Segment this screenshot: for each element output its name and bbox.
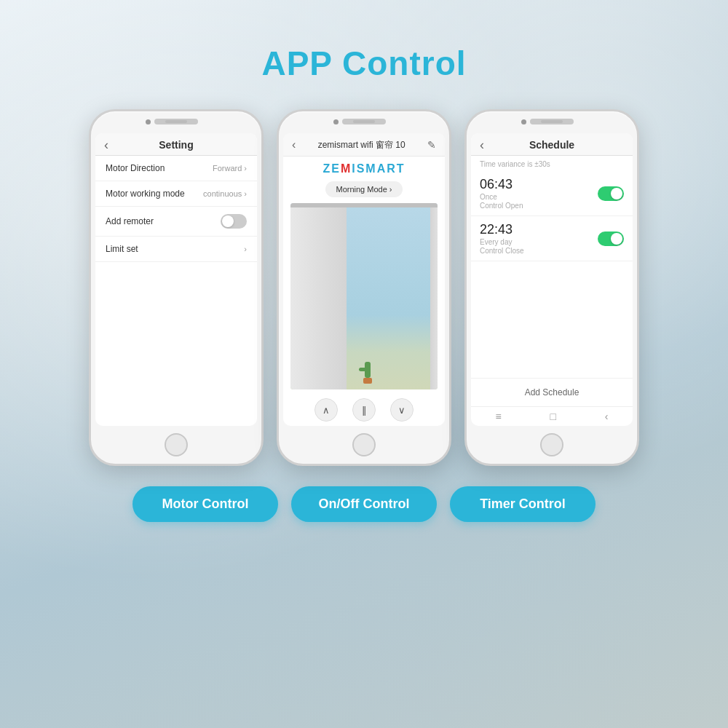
curtain-display (290, 203, 438, 389)
timer-control-label: Timer Control (450, 486, 596, 522)
schedule-1-time: 06:43 (480, 177, 523, 192)
edit-icon[interactable]: ✎ (427, 139, 436, 151)
phone-screen-1: ‹ Setting Motor Direction Forward › Moto… (95, 133, 257, 426)
motor-control-label: Motor Control (132, 486, 278, 522)
schedule-1-repeat: Once (480, 193, 523, 201)
curtain-track (290, 203, 438, 207)
phone-motor: ‹ Setting Motor Direction Forward › Moto… (89, 109, 264, 466)
phone-onoff: ‹ zemismart wifi 窗帘 10 ✎ ZEMISMART Morni… (277, 109, 451, 466)
schedule-item-2[interactable]: 22:43 Every day Control Close (471, 216, 633, 261)
cactus-arm (359, 368, 366, 371)
motor-direction-label: Motor Direction (106, 163, 165, 173)
motor-mode-label: Motor working mode (106, 189, 185, 199)
motor-direction-value: Forward › (213, 164, 247, 173)
schedule-1-toggle[interactable] (598, 186, 624, 201)
phone2-header: ‹ zemismart wifi 窗帘 10 ✎ (283, 133, 445, 157)
phone-screen-2: ‹ zemismart wifi 窗帘 10 ✎ ZEMISMART Morni… (283, 133, 445, 426)
schedule-2-toggle[interactable] (598, 232, 624, 246)
phones-row: ‹ Setting Motor Direction Forward › Moto… (89, 109, 639, 466)
back-icon-1[interactable]: ‹ (104, 138, 108, 153)
nav-back-icon[interactable]: ‹ (605, 411, 609, 422)
schedule-1-action: Control Open (480, 202, 523, 210)
home-button-3[interactable] (540, 433, 563, 456)
schedule-2-repeat: Every day (480, 238, 524, 246)
phone-timer: ‹ Schedule Time variance is ±30s 06:43 O… (464, 109, 639, 466)
schedule-2-time: 22:43 (480, 222, 524, 237)
onoff-control-label: On/Off Control (291, 486, 437, 522)
cactus-body (365, 362, 371, 378)
page: APP Control ‹ Setting Motor Direction Fo… (0, 0, 728, 728)
add-remoter-label: Add remoter (106, 216, 154, 226)
nav-bar: ≡ □ ‹ (471, 406, 633, 426)
add-remoter-row[interactable]: Add remoter (95, 207, 257, 237)
curtain-up-button[interactable]: ∧ (314, 398, 338, 422)
phone3-title: Schedule (529, 139, 574, 151)
schedule-1-info: 06:43 Once Control Open (480, 177, 523, 210)
morning-mode-button[interactable]: Morning Mode › (325, 181, 402, 197)
curtain-panel-left (290, 203, 347, 389)
back-icon-3[interactable]: ‹ (480, 138, 484, 153)
home-button-2[interactable] (352, 433, 376, 456)
nav-home-icon[interactable]: □ (550, 411, 556, 422)
limit-set-label: Limit set (106, 244, 138, 254)
phone-screen-3: ‹ Schedule Time variance is ±30s 06:43 O… (471, 133, 633, 426)
curtain-down-button[interactable]: ∨ (390, 398, 414, 422)
labels-row: Motor Control On/Off Control Timer Contr… (132, 486, 596, 522)
motor-mode-row[interactable]: Motor working mode continuous › (95, 181, 257, 207)
nav-menu-icon[interactable]: ≡ (495, 411, 501, 422)
phone3-header: ‹ Schedule (471, 133, 633, 156)
add-remoter-toggle[interactable] (221, 214, 247, 229)
time-variance-text: Time variance is ±30s (471, 156, 633, 171)
phone-camera-3 (521, 119, 526, 124)
page-title: APP Control (261, 44, 466, 83)
limit-set-row[interactable]: Limit set › (95, 237, 257, 262)
schedule-2-action: Control Close (480, 247, 524, 255)
cactus-pot (363, 378, 372, 384)
zemismart-logo: ZEMISMART (283, 157, 445, 178)
device-name: zemismart wifi 窗帘 10 (318, 139, 405, 151)
cactus-decoration (361, 362, 374, 384)
phone1-header: ‹ Setting (95, 133, 257, 156)
schedule-item-1[interactable]: 06:43 Once Control Open (471, 171, 633, 216)
curtain-panel-right (430, 203, 438, 389)
home-button-1[interactable] (165, 433, 188, 456)
motor-direction-row[interactable]: Motor Direction Forward › (95, 156, 257, 181)
add-schedule-button[interactable]: Add Schedule (471, 378, 633, 406)
back-icon-2[interactable]: ‹ (292, 138, 296, 151)
curtain-stop-button[interactable]: ‖ (352, 398, 376, 422)
phone-camera-2 (333, 119, 339, 124)
phone1-title: Setting (159, 139, 193, 151)
phone-camera-1 (146, 119, 151, 124)
schedule-2-info: 22:43 Every day Control Close (480, 222, 524, 255)
curtain-controls: ∧ ‖ ∨ (283, 392, 445, 426)
motor-mode-value: continuous › (203, 189, 247, 198)
limit-set-value: › (244, 245, 247, 253)
